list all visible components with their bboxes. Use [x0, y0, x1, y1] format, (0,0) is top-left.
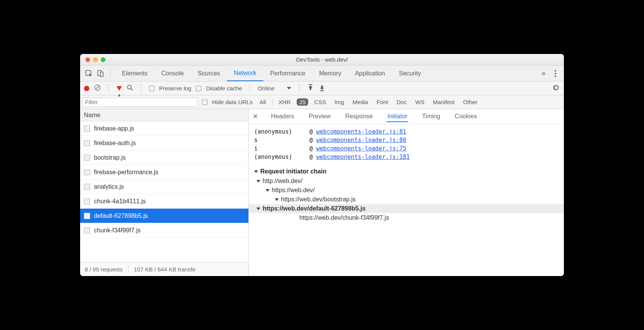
hide-data-urls-checkbox[interactable] [202, 100, 207, 105]
close-window-icon[interactable] [85, 57, 90, 62]
select-element-icon[interactable] [84, 69, 94, 78]
request-row[interactable]: default-627898b5.js [80, 209, 248, 223]
detail-tabs: ✕ HeadersPreviewResponseInitiatorTimingC… [249, 109, 564, 124]
filter-type-ws[interactable]: WS [413, 98, 427, 106]
chain-row[interactable]: https://web.dev/chunk-f34f99f7.js [254, 213, 559, 222]
filter-icon[interactable] [117, 86, 122, 91]
status-bar: 8 / 95 requests 107 KB / 644 KB transfe [80, 262, 248, 276]
name-column-header[interactable]: Name [80, 109, 248, 121]
record-icon[interactable] [84, 86, 89, 91]
settings-icon[interactable] [552, 84, 560, 93]
titlebar: DevTools - web.dev/ [80, 54, 564, 65]
upload-har-icon[interactable] [307, 84, 314, 92]
detail-tab-response[interactable]: Response [344, 111, 373, 122]
filter-type-js[interactable]: JS [297, 98, 308, 106]
expand-icon [266, 189, 269, 192]
tab-elements[interactable]: Elements [115, 65, 154, 81]
filter-type-other[interactable]: Other [461, 98, 480, 106]
network-toolbar: Preserve log Disable cache Online [80, 82, 564, 95]
request-row[interactable]: firebase-auth.js [80, 136, 248, 150]
disable-cache-label: Disable cache [206, 85, 242, 91]
callstack-src: @ webcomponents-loader.js:81 [309, 128, 406, 135]
svg-rect-8 [320, 90, 324, 91]
request-row[interactable]: chunk-f34f99f7.js [80, 223, 248, 238]
tab-console[interactable]: Console [154, 65, 191, 81]
tab-performance[interactable]: Performance [263, 65, 312, 81]
chain-url: https://web.dev/ [272, 187, 315, 194]
chain-row[interactable]: https://web.dev/bootstrap.js [254, 195, 559, 204]
detail-tab-preview[interactable]: Preview [308, 111, 331, 122]
request-name: firebase-auth.js [94, 140, 136, 147]
request-row[interactable]: firebase-performance.js [80, 165, 248, 180]
request-row[interactable]: bootstrap.js [80, 150, 248, 165]
detail-tab-headers[interactable]: Headers [270, 111, 295, 122]
file-icon [84, 184, 90, 190]
download-har-icon[interactable] [319, 84, 325, 92]
chevron-down-icon [287, 87, 291, 90]
svg-rect-2 [100, 72, 103, 77]
filter-type-css[interactable]: CSS [312, 98, 329, 106]
filter-type-doc[interactable]: Doc [394, 98, 409, 106]
zoom-window-icon[interactable] [101, 57, 105, 62]
tab-network[interactable]: Network [227, 65, 263, 81]
file-icon [84, 155, 90, 161]
chain-url: https://web.dev/bootstrap.js [281, 196, 356, 203]
search-icon[interactable] [127, 84, 133, 92]
initiator-chain-header[interactable]: Request initiator chain [254, 168, 559, 175]
tab-memory[interactable]: Memory [312, 65, 348, 81]
request-name: firebase-performance.js [94, 169, 158, 176]
tab-application[interactable]: Application [348, 65, 392, 81]
svg-line-6 [131, 88, 133, 90]
svg-rect-7 [309, 84, 312, 85]
callstack-fn: (anonymous) [254, 154, 304, 160]
preserve-log-label: Preserve log [159, 85, 191, 91]
filter-type-xhr[interactable]: XHR [276, 98, 293, 106]
request-row[interactable]: chunk-4a1b4111.js [80, 194, 248, 209]
chain-row[interactable]: https://web.dev/default-627898b5.js [249, 204, 564, 213]
clear-icon[interactable] [94, 84, 101, 92]
request-row[interactable]: analytics.js [80, 180, 248, 194]
source-link[interactable]: webcomponents-loader.js:181 [316, 154, 410, 160]
minimize-window-icon[interactable] [93, 57, 98, 62]
request-name: firebase-app.js [94, 125, 134, 132]
chain-row[interactable]: http://web.dev/ [254, 176, 559, 186]
panel-tabs: ElementsConsoleSourcesNetworkPerformance… [80, 65, 564, 82]
tab-sources[interactable]: Sources [191, 65, 227, 81]
callstack-fn: (anonymous) [254, 128, 304, 135]
device-mode-icon[interactable] [95, 69, 105, 78]
request-row[interactable]: firebase-app.js [80, 121, 248, 136]
svg-line-4 [95, 86, 99, 90]
window-title: DevTools - web.dev/ [80, 56, 564, 63]
close-detail-icon[interactable]: ✕ [253, 113, 260, 121]
preserve-log-checkbox[interactable] [149, 86, 154, 91]
expand-icon [256, 180, 260, 183]
throttle-select[interactable]: Online [258, 85, 291, 91]
callstack-fn: i [254, 145, 304, 152]
callstack-row: (anonymous)@ webcomponents-loader.js:81 [254, 127, 559, 136]
chain-url: http://web.dev/ [263, 178, 302, 185]
hide-data-urls-label: Hide data URLs [212, 99, 253, 105]
source-link[interactable]: webcomponents-loader.js:75 [316, 145, 406, 152]
tab-security[interactable]: Security [392, 65, 428, 81]
request-name: chunk-4a1b4111.js [94, 198, 146, 205]
filter-type-img[interactable]: Img [332, 98, 347, 106]
source-link[interactable]: webcomponents-loader.js:80 [316, 137, 406, 144]
disable-cache-checkbox[interactable] [196, 86, 201, 91]
file-icon [84, 126, 90, 132]
filter-type-media[interactable]: Media [350, 98, 371, 106]
filter-bar: Hide data URLs AllXHRJSCSSImgMediaFontDo… [80, 95, 564, 109]
filter-type-manifest[interactable]: Manifest [430, 98, 457, 106]
filter-type-font[interactable]: Font [374, 98, 390, 106]
kebab-menu-icon[interactable] [551, 70, 560, 77]
filter-type-all[interactable]: All [257, 98, 268, 106]
chain-url: https://web.dev/default-627898b5.js [263, 205, 366, 212]
request-name: chunk-f34f99f7.js [94, 227, 141, 234]
detail-tab-initiator[interactable]: Initiator [386, 111, 408, 122]
filter-input[interactable] [82, 98, 197, 107]
chain-row[interactable]: https://web.dev/ [254, 186, 559, 195]
more-tabs-icon[interactable]: » [538, 69, 549, 77]
file-icon [84, 213, 90, 219]
source-link[interactable]: webcomponents-loader.js:81 [316, 128, 406, 135]
detail-tab-timing[interactable]: Timing [421, 111, 441, 122]
detail-tab-cookies[interactable]: Cookies [454, 111, 478, 122]
